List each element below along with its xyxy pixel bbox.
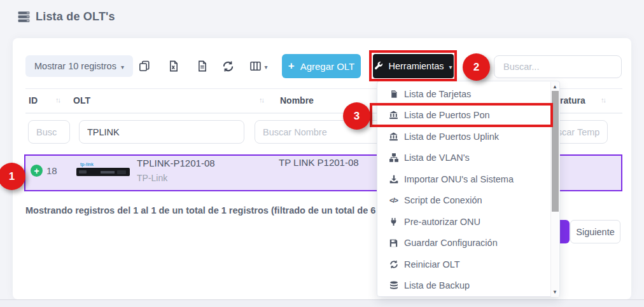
- bank-icon: [388, 111, 399, 119]
- bank-icon: [388, 132, 399, 141]
- menu-item-reiniciar-olt[interactable]: Reiniciar OLT: [377, 254, 559, 275]
- menu-item-lista-de-puertos-uplink[interactable]: Lista de Puertos Uplink: [377, 126, 559, 147]
- herramientas-label: Herramientas: [388, 61, 444, 71]
- menu-item-lista-de-vlans[interactable]: Lista de VLAN's: [377, 147, 559, 169]
- scroll-up-icon[interactable]: ▲: [551, 84, 559, 90]
- pagination-next-button[interactable]: Siguiente: [570, 220, 620, 243]
- column-header-olt[interactable]: OLT: [73, 95, 90, 106]
- search-input[interactable]: [494, 55, 622, 78]
- cell-olt-brand: TP-Link: [137, 173, 167, 183]
- show-entries-button[interactable]: Mostrar 10 registros ▾: [25, 55, 133, 77]
- menu-item-lista-de-puertos-pon[interactable]: Lista de Puertos Pon: [377, 105, 559, 126]
- menu-item-pre-autorizar-onu[interactable]: Pre-autorizar ONU: [377, 211, 559, 233]
- refresh-icon: [388, 260, 399, 269]
- page-header: Lista de OLT's: [18, 10, 115, 24]
- chevron-down-icon: ▾: [449, 64, 452, 71]
- sort-icon[interactable]: ↑↓: [259, 96, 263, 104]
- plug-icon: [388, 217, 399, 226]
- menu-item-lista-de-tarjetas[interactable]: Lista de Tarjetas: [377, 83, 559, 105]
- cell-id: 18: [46, 165, 57, 176]
- sd-card-icon: [388, 90, 399, 99]
- filter-olt-input[interactable]: [79, 120, 244, 144]
- page-bottom-divider: [0, 299, 644, 307]
- sort-icon[interactable]: ↑↓: [601, 96, 605, 104]
- chevron-down-icon: ▾: [121, 64, 124, 71]
- column-visibility-icon[interactable]: [248, 60, 262, 72]
- add-olt-button[interactable]: + Agregar OLT: [282, 54, 361, 78]
- olt-device-image: tp-link: [75, 160, 134, 184]
- menu-item-label: Reiniciar OLT: [404, 259, 460, 269]
- servers-icon: [18, 11, 30, 23]
- scrollbar-thumb[interactable]: [552, 91, 559, 212]
- sort-icon[interactable]: ↑↓: [55, 96, 60, 104]
- menu-item-importar-onus[interactable]: Importar ONU's al Sistema: [377, 168, 559, 190]
- annotation-marker-3: 3: [343, 102, 370, 130]
- herramientas-button[interactable]: Herramientas ▾: [373, 54, 454, 78]
- chevron-down-icon[interactable]: ▾: [262, 60, 270, 72]
- refresh-icon[interactable]: [221, 60, 235, 72]
- cell-olt-model: TPLINK-P1201-08: [137, 158, 215, 168]
- menu-item-label: Lista de Puertos Pon: [404, 110, 490, 120]
- menu-item-label: Lista de Puertos Uplink: [404, 132, 499, 142]
- annotation-marker-2: 2: [463, 53, 490, 81]
- menu-item-guardar-configuracion[interactable]: Guardar Configuración: [377, 233, 559, 254]
- menu-item-label: Guardar Configuración: [404, 238, 498, 248]
- menu-item-label: Pre-autorizar ONU: [404, 217, 480, 227]
- show-entries-label: Mostrar 10 registros: [34, 61, 116, 71]
- filter-id-input[interactable]: [28, 120, 70, 144]
- excel-export-icon[interactable]: [167, 60, 181, 72]
- network-icon: [388, 153, 399, 162]
- column-header-id[interactable]: ID: [29, 95, 38, 106]
- svg-text:tp-link: tp-link: [80, 162, 94, 167]
- herramientas-dropdown-menu: Lista de Tarjetas Lista de Puertos Pon L…: [377, 81, 560, 297]
- database-icon: [388, 281, 399, 290]
- dropdown-scrollbar[interactable]: ▲ ▼: [550, 82, 559, 297]
- records-summary: Mostrando registros del 1 al 1 de un tot…: [25, 205, 421, 215]
- olt-list-page: Lista de OLT's Mostrar 10 registros ▾: [0, 0, 644, 307]
- save-icon: [388, 239, 399, 247]
- expand-row-icon[interactable]: +: [31, 165, 43, 177]
- column-header-nombre[interactable]: Nombre: [280, 95, 314, 106]
- cell-nombre: TP LINK P1201-08: [279, 157, 359, 168]
- scroll-down-icon[interactable]: ▼: [551, 289, 559, 295]
- download-icon: [388, 175, 399, 184]
- menu-item-lista-de-backup[interactable]: Lista de Backup: [377, 275, 559, 297]
- menu-item-label: Lista de Backup: [404, 280, 470, 290]
- code-icon: </>: [388, 196, 399, 204]
- copy-icon[interactable]: [137, 60, 151, 72]
- menu-item-label: Lista de Tarjetas: [404, 89, 471, 99]
- add-olt-label: Agregar OLT: [300, 61, 355, 72]
- file-export-icon[interactable]: [195, 60, 209, 72]
- menu-item-label: Importar ONU's al Sistema: [404, 174, 514, 184]
- menu-item-label: Script de Conexión: [404, 195, 482, 205]
- plus-icon: +: [288, 60, 295, 72]
- menu-item-script-de-conexion[interactable]: </> Script de Conexión: [377, 190, 559, 212]
- wrench-icon: [374, 62, 383, 71]
- menu-item-label: Lista de VLAN's: [404, 153, 470, 163]
- page-title: Lista de OLT's: [36, 10, 115, 24]
